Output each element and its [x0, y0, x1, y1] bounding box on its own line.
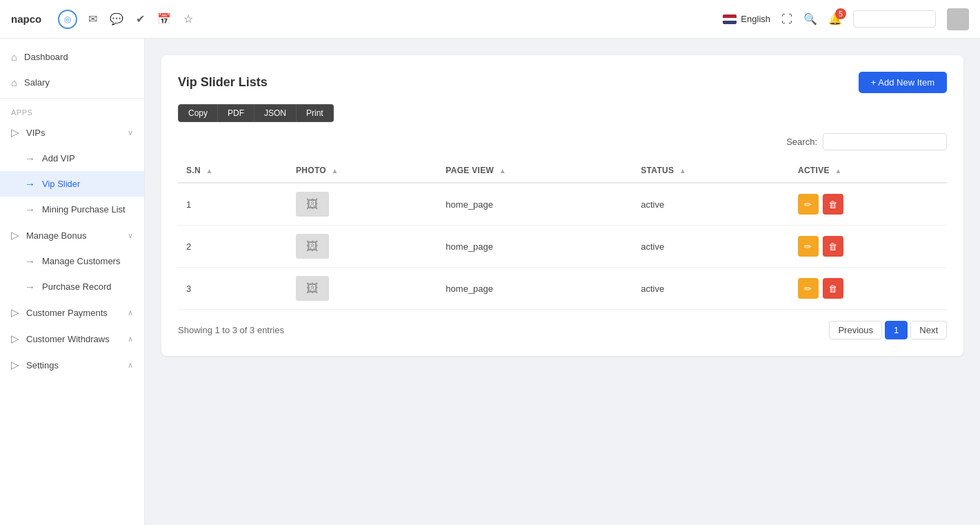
- cell-status: active: [632, 183, 790, 226]
- user-avatar[interactable]: [947, 8, 969, 30]
- search-input[interactable]: [823, 133, 947, 150]
- calendar-icon[interactable]: 📅: [157, 12, 171, 26]
- edit-button-row-1[interactable]: ✏: [798, 194, 819, 215]
- mining-arrow-icon: →: [25, 204, 35, 215]
- sidebar-item-dashboard[interactable]: ⌂ Dashboard: [0, 44, 144, 70]
- cell-status: active: [632, 268, 790, 310]
- action-buttons: ✏ 🗑: [798, 236, 939, 257]
- sort-status-icon: ▲: [679, 167, 686, 175]
- table-row: 3 🖼 home_page active ✏ 🗑: [178, 268, 947, 310]
- photo-thumbnail: 🖼: [296, 192, 329, 217]
- edit-button-row-3[interactable]: ✏: [798, 278, 819, 299]
- cell-photo: 🖼: [288, 183, 437, 226]
- sidebar-item-add-vip[interactable]: → Add VIP: [0, 146, 144, 171]
- edit-button-row-2[interactable]: ✏: [798, 236, 819, 257]
- photo-thumbnail: 🖼: [296, 276, 329, 301]
- col-page-view: PAGE VIEW ▲: [437, 159, 632, 183]
- vip-slider-arrow-icon: →: [25, 178, 35, 190]
- sidebar-label-manage-customers: Manage Customers: [42, 256, 120, 266]
- pdf-button[interactable]: PDF: [218, 104, 254, 122]
- vips-icon: ▷: [11, 126, 19, 139]
- flag-icon: [723, 14, 737, 24]
- main-content: Vip Slider Lists + Add New Item Copy PDF…: [145, 39, 980, 525]
- sidebar-label-customer-payments: Customer Payments: [26, 308, 108, 318]
- add-vip-arrow-icon: →: [25, 152, 35, 164]
- manage-bonus-icon: ▷: [11, 229, 19, 241]
- mail-icon[interactable]: ✉: [88, 12, 97, 26]
- chevron-down-icon: ∨: [128, 128, 133, 137]
- chevron-settings-icon: ∧: [128, 361, 133, 370]
- showing-entries-text: Showing 1 to 3 of 3 entries: [178, 325, 284, 335]
- cell-page-view: home_page: [437, 183, 632, 226]
- card-header: Vip Slider Lists + Add New Item: [178, 72, 947, 93]
- sidebar-item-customer-withdraws[interactable]: ▷ Customer Withdraws ∧: [0, 326, 144, 352]
- topbar-right: English ⛶ 🔍 🔔 5: [723, 8, 969, 30]
- photo-thumbnail: 🖼: [296, 234, 329, 259]
- add-new-item-button[interactable]: + Add New Item: [859, 72, 947, 93]
- cell-photo: 🖼: [288, 226, 437, 268]
- copy-button[interactable]: Copy: [178, 104, 218, 122]
- sidebar-item-salary[interactable]: ⌂ Salary: [0, 70, 144, 95]
- print-button[interactable]: Print: [297, 104, 334, 122]
- notification-bell[interactable]: 🔔 5: [828, 12, 842, 26]
- sidebar-label-manage-bonus: Manage Bonus: [26, 230, 86, 241]
- table-footer: Showing 1 to 3 of 3 entries Previous 1 N…: [178, 321, 947, 339]
- export-buttons-group: Copy PDF JSON Print: [178, 104, 947, 122]
- table-row: 2 🖼 home_page active ✏ 🗑: [178, 226, 947, 268]
- cell-status: active: [632, 226, 790, 268]
- search-icon[interactable]: 🔍: [803, 12, 817, 26]
- sidebar-item-purchase-record[interactable]: → Purchase Record: [0, 274, 144, 299]
- col-status: STATUS ▲: [632, 159, 790, 183]
- page-1-button[interactable]: 1: [885, 321, 908, 339]
- cell-page-view: home_page: [437, 268, 632, 310]
- cell-photo: 🖼: [288, 268, 437, 310]
- sidebar-item-mining-purchase-list[interactable]: → Mining Purchase List: [0, 197, 144, 222]
- table-search-row: Search:: [178, 133, 947, 150]
- json-button[interactable]: JSON: [254, 104, 297, 122]
- cell-actions: ✏ 🗑: [790, 268, 947, 310]
- sidebar-label-mining: Mining Purchase List: [42, 204, 126, 215]
- cell-sn: 2: [178, 226, 288, 268]
- sidebar-item-settings[interactable]: ▷ Settings ∧: [0, 352, 144, 378]
- cell-sn: 3: [178, 268, 288, 310]
- delete-button-row-1[interactable]: 🗑: [823, 194, 843, 215]
- customer-withdraws-icon: ▷: [11, 333, 19, 345]
- content-card: Vip Slider Lists + Add New Item Copy PDF…: [161, 55, 963, 356]
- previous-button[interactable]: Previous: [829, 321, 882, 339]
- sort-pageview-icon: ▲: [499, 167, 506, 175]
- brand-logo: ◎: [58, 10, 77, 29]
- topbar-search-input[interactable]: [853, 10, 936, 28]
- sidebar-item-manage-bonus[interactable]: ▷ Manage Bonus ∨: [0, 222, 144, 248]
- sidebar-label-salary: Salary: [24, 77, 50, 88]
- cell-actions: ✏ 🗑: [790, 183, 947, 226]
- photo-icon: 🖼: [306, 239, 319, 254]
- check-icon[interactable]: ✔: [136, 12, 145, 26]
- chevron-down-bonus-icon: ∨: [128, 231, 133, 240]
- language-selector[interactable]: English: [723, 14, 770, 24]
- home-icon: ⌂: [11, 51, 17, 63]
- sidebar-item-manage-customers[interactable]: → Manage Customers: [0, 248, 144, 274]
- delete-button-row-2[interactable]: 🗑: [823, 236, 843, 257]
- customer-payments-icon: ▷: [11, 306, 19, 319]
- action-buttons: ✏ 🗑: [798, 278, 939, 299]
- sidebar-label-settings: Settings: [26, 360, 59, 370]
- next-button[interactable]: Next: [910, 321, 947, 339]
- purchase-record-arrow-icon: →: [25, 281, 35, 293]
- layout: ⌂ Dashboard ⌂ Salary APPS ▷ VIPs ∨ → Add…: [0, 39, 980, 525]
- manage-customers-arrow-icon: →: [25, 255, 35, 267]
- sidebar-item-customer-payments[interactable]: ▷ Customer Payments ∧: [0, 299, 144, 326]
- pagination: Previous 1 Next: [829, 321, 947, 339]
- logo-icon: ◎: [64, 14, 71, 24]
- page-title: Vip Slider Lists: [178, 75, 268, 90]
- sidebar-item-vip-slider[interactable]: → Vip Slider: [0, 171, 144, 197]
- sidebar-label-dashboard: Dashboard: [24, 52, 68, 62]
- star-icon[interactable]: ☆: [183, 12, 193, 26]
- table-head: S.N ▲ PHOTO ▲ PAGE VIEW ▲ STATUS ▲ ACTIV…: [178, 159, 947, 183]
- sidebar-label-add-vip: Add VIP: [42, 153, 75, 164]
- fullscreen-icon[interactable]: ⛶: [781, 13, 792, 26]
- sidebar-item-vips[interactable]: ▷ VIPs ∨: [0, 119, 144, 146]
- delete-button-row-3[interactable]: 🗑: [823, 278, 843, 299]
- chat-icon[interactable]: 💬: [110, 12, 123, 26]
- action-buttons: ✏ 🗑: [798, 194, 939, 215]
- col-photo: PHOTO ▲: [288, 159, 437, 183]
